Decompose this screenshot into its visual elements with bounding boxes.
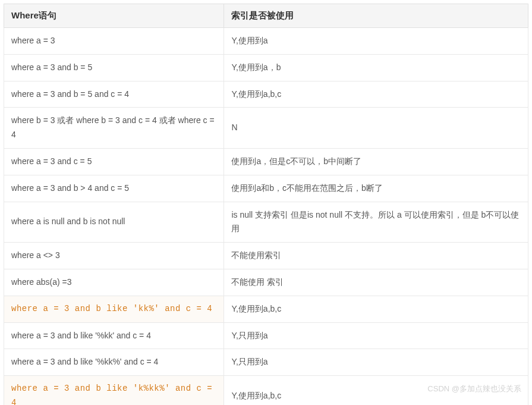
- result-cell: Y,只用到a: [224, 349, 528, 376]
- where-cell: where a = 3 and b = 5 and c = 4: [4, 81, 224, 108]
- result-cell: 不能使用 索引: [224, 269, 528, 296]
- where-cell: where b = 3 或者 where b = 3 and c = 4 或者 …: [4, 108, 224, 149]
- where-cell: where a is null and b is not null: [4, 202, 224, 243]
- table-row: where a = 3Y,使用到a: [4, 28, 528, 55]
- table: Where语句 索引是否被使用 where a = 3Y,使用到awhere a…: [4, 4, 528, 405]
- table-row: where abs(a) =3不能使用 索引: [4, 269, 528, 296]
- result-cell: N: [224, 108, 528, 149]
- result-cell: 不能使用索引: [224, 243, 528, 269]
- table-header-row: Where语句 索引是否被使用: [4, 4, 528, 28]
- result-cell: Y,使用到a: [224, 28, 528, 55]
- table-row: where a is null and b is not nullis null…: [4, 202, 528, 243]
- index-usage-table: Where语句 索引是否被使用 where a = 3Y,使用到awhere a…: [4, 4, 528, 405]
- result-cell: Y,使用到a，b: [224, 54, 528, 81]
- where-cell: where abs(a) =3: [4, 269, 224, 296]
- where-cell: where a = 3 and b = 5: [4, 54, 224, 81]
- where-cell: where a = 3: [4, 28, 224, 55]
- table-row: where b = 3 或者 where b = 3 and c = 4 或者 …: [4, 108, 528, 149]
- where-cell: where a = 3 and b like 'kk%' and c = 4: [4, 296, 224, 322]
- table-row: where a = 3 and b = 5Y,使用到a，b: [4, 54, 528, 81]
- table-row: where a = 3 and b = 5 and c = 4Y,使用到a,b,…: [4, 81, 528, 108]
- where-cell: where a = 3 and b like '%kk%' and c = 4: [4, 349, 224, 376]
- where-cell: where a = 3 and b like 'k%kk%' and c = 4: [4, 376, 224, 405]
- table-row: where a <> 3不能使用索引: [4, 243, 528, 269]
- where-cell: where a <> 3: [4, 243, 224, 269]
- table-row: where a = 3 and b like 'k%kk%' and c = 4…: [4, 376, 528, 405]
- result-cell: 使用到a，但是c不可以，b中间断了: [224, 148, 528, 175]
- where-cell: where a = 3 and c = 5: [4, 148, 224, 175]
- result-cell: Y,使用到a,b,c: [224, 376, 528, 405]
- header-index-used: 索引是否被使用: [224, 4, 528, 28]
- result-cell: 使用到a和b，c不能用在范围之后，b断了: [224, 175, 528, 202]
- result-cell: is null 支持索引 但是is not null 不支持。所以 a 可以使用…: [224, 202, 528, 243]
- table-row: where a = 3 and b like 'kk%' and c = 4Y,…: [4, 296, 528, 322]
- table-row: where a = 3 and c = 5使用到a，但是c不可以，b中间断了: [4, 148, 528, 175]
- result-cell: Y,使用到a,b,c: [224, 81, 528, 108]
- table-row: where a = 3 and b like '%kk' and c = 4Y,…: [4, 322, 528, 349]
- table-row: where a = 3 and b like '%kk%' and c = 4Y…: [4, 349, 528, 376]
- where-cell: where a = 3 and b like '%kk' and c = 4: [4, 322, 224, 349]
- table-row: where a = 3 and b > 4 and c = 5使用到a和b，c不…: [4, 175, 528, 202]
- result-cell: Y,使用到a,b,c: [224, 296, 528, 322]
- where-cell: where a = 3 and b > 4 and c = 5: [4, 175, 224, 202]
- result-cell: Y,只用到a: [224, 322, 528, 349]
- header-where: Where语句: [4, 4, 224, 28]
